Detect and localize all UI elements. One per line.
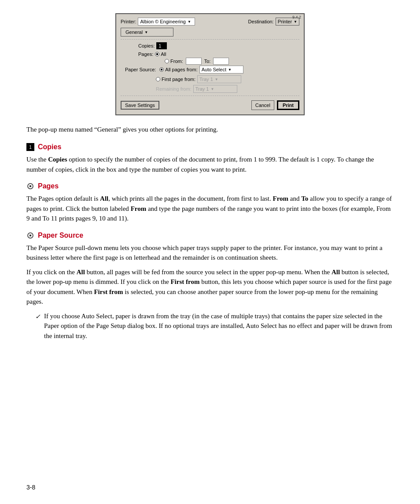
intro-text: The pop-up menu named “General” gives yo… <box>26 125 394 134</box>
paper-source-label: Paper Source: <box>125 67 156 72</box>
dialog-container: 9.4.2 Printer: Albion © Engineering ▼ De… <box>26 13 394 115</box>
paper-source-remaining-row: Remaining from: Tray 1 ▼ <box>121 85 299 93</box>
pages-section-heading: Pages <box>26 182 394 190</box>
paper-source-first-row: First page from: Tray 1 ▼ <box>121 75 299 83</box>
printer-dropdown-arrow: ▼ <box>188 20 191 24</box>
pages-radio-icon <box>27 183 33 189</box>
note-text: If you choose Auto Select, paper is draw… <box>44 311 394 341</box>
pages-from-radio[interactable] <box>165 59 169 63</box>
all-bold: All <box>77 269 85 276</box>
auto-select-arrow: ▼ <box>228 68 232 72</box>
remaining-value: Tray 1 <box>195 86 209 92</box>
pages-to-label: To: <box>204 59 211 64</box>
pages-to-input[interactable] <box>213 58 229 65</box>
paper-source-all-radio[interactable] <box>159 67 164 72</box>
first-page-dropdown[interactable]: Tray 1 ▼ <box>197 75 241 83</box>
copies-input[interactable]: 1 <box>156 42 167 49</box>
print-dialog: 9.4.2 Printer: Albion © Engineering ▼ De… <box>115 13 305 115</box>
remaining-dropdown[interactable]: Tray 1 ▼ <box>193 85 237 93</box>
general-row: General ▼ <box>121 28 299 37</box>
auto-select-value: Auto Select <box>202 67 226 72</box>
divider-top <box>121 39 299 40</box>
printer-select[interactable]: Albion © Engineering ▼ <box>138 18 195 26</box>
pages-label: Pages: <box>138 52 153 57</box>
copies-label: Copies: <box>138 43 155 48</box>
paper-source-all-row: Paper Source: All pages from: Auto Selec… <box>121 66 299 74</box>
paper-source-section-heading: Paper Source <box>26 232 394 239</box>
copies-title: Copies <box>38 143 61 151</box>
auto-select-dropdown[interactable]: Auto Select ▼ <box>199 66 243 74</box>
button-row: Save Settings Cancel Print <box>121 100 299 110</box>
paper-source-title: Paper Source <box>38 232 83 239</box>
copies-value: 1 <box>158 43 161 48</box>
save-settings-button[interactable]: Save Settings <box>121 101 159 110</box>
pages-all-bold: All <box>100 195 108 202</box>
destination-dropdown-arrow: ▼ <box>294 20 297 24</box>
page-number: 3-8 <box>26 484 35 491</box>
copies-bold: Copies <box>48 156 67 163</box>
pages-title: Pages <box>38 182 59 190</box>
paper-source-body: The Paper Source pull-down menu lets you… <box>26 243 394 341</box>
to-bold: To <box>301 195 308 202</box>
dialog-version: 9.4.2 <box>292 15 301 19</box>
from-bold2: From <box>131 205 147 212</box>
copies-icon: 1 <box>26 143 34 151</box>
cancel-button[interactable]: Cancel <box>251 100 274 110</box>
first-from-bold: First from <box>170 278 199 285</box>
pages-from-label: From: <box>170 59 183 64</box>
paper-source-remaining-label: Remaining from: <box>156 86 192 92</box>
copies-section-heading: 1 Copies <box>26 143 394 151</box>
note-icon: ✓ <box>35 312 41 321</box>
paper-source-all-label: All pages from: <box>165 67 197 72</box>
remaining-arrow: ▼ <box>210 87 214 91</box>
first-page-arrow: ▼ <box>215 77 218 81</box>
pages-icon <box>26 182 34 190</box>
pages-all-label: All <box>161 52 166 57</box>
all-bold2: All <box>332 269 340 276</box>
paper-source-first-radio[interactable] <box>156 77 160 81</box>
paper-source-radio-icon <box>27 232 33 239</box>
from-bold: From <box>273 195 289 202</box>
note-item: ✓ If you choose Auto Select, paper is dr… <box>35 311 394 341</box>
pages-from-row: From: To: <box>121 58 299 65</box>
destination-value: Printer <box>278 19 292 24</box>
copies-body: Use the Copies option to specify the num… <box>26 155 394 174</box>
first-page-value: Tray 1 <box>199 77 213 82</box>
print-button[interactable]: Print <box>277 100 299 110</box>
general-value: General <box>125 29 143 35</box>
destination-label: Destination: <box>248 19 274 24</box>
paper-source-first-label: First page from: <box>162 77 195 82</box>
copies-row: Copies: 1 <box>121 42 299 49</box>
pages-from-input[interactable] <box>186 58 202 65</box>
divider-bottom <box>121 96 299 96</box>
printer-value: Albion © Engineering <box>140 19 186 24</box>
pages-all-radio[interactable] <box>155 52 159 56</box>
general-dropdown-arrow: ▼ <box>144 30 148 34</box>
printer-label: Printer: <box>121 19 136 24</box>
printer-row: Printer: Albion © Engineering ▼ Destinat… <box>121 18 299 26</box>
action-buttons: Cancel Print <box>251 100 299 110</box>
first-from-bold2: First from <box>94 288 123 295</box>
pages-label-row: Pages: All <box>121 52 299 57</box>
pages-body: The Pages option default is All, which p… <box>26 194 394 224</box>
paper-source-icon <box>26 232 34 239</box>
general-select[interactable]: General ▼ <box>121 28 173 37</box>
